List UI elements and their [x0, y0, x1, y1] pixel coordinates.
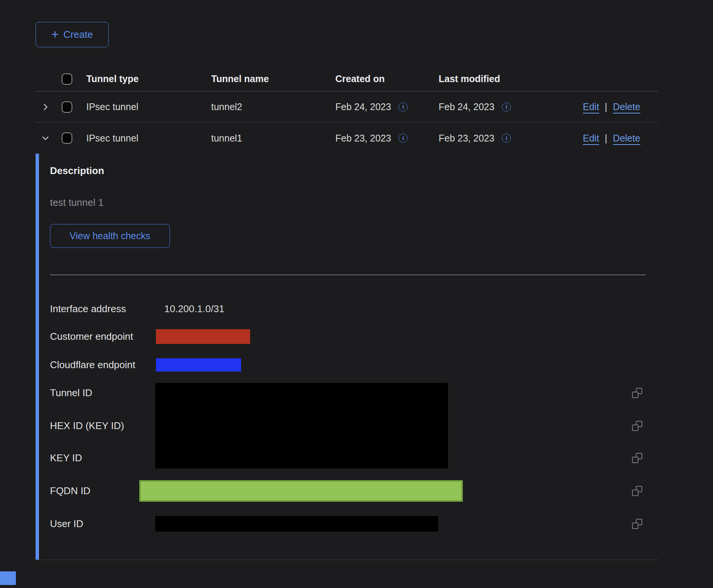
table-header-row: Tunnel type Tunnel name Created on Last …: [36, 67, 659, 92]
select-all-checkbox[interactable]: [62, 73, 72, 85]
key-id-label: KEY ID: [50, 452, 82, 464]
user-id-label: User ID: [50, 518, 83, 530]
info-icon[interactable]: i: [399, 103, 408, 112]
cell-last-modified: Feb 24, 2023: [439, 101, 494, 112]
action-separator: |: [605, 101, 607, 112]
tunnels-page: + Create Tunnel type Tunnel name Created…: [0, 0, 713, 588]
header-tunnel-type: Tunnel type: [86, 73, 211, 84]
edit-link[interactable]: Edit: [583, 101, 599, 112]
info-icon[interactable]: i: [502, 134, 511, 143]
cloudflare-endpoint-label: Cloudflare endpoint: [50, 359, 135, 371]
expand-row-button[interactable]: [41, 103, 50, 112]
table-row-tunnel2: IPsec tunnel tunnel2 Feb 24, 2023 i Feb …: [36, 92, 659, 123]
scrollbar-fragment: [0, 571, 16, 585]
user-id-redaction: [155, 516, 438, 532]
cell-tunnel-type: IPsec tunnel: [86, 133, 211, 144]
description-value: test tunnel 1: [50, 197, 104, 208]
info-icon[interactable]: i: [399, 134, 408, 143]
cell-created-on: Feb 24, 2023: [335, 101, 391, 112]
create-button[interactable]: + Create: [36, 22, 109, 47]
cell-created-on: Feb 23, 2023: [335, 133, 391, 144]
customer-endpoint-label: Customer endpoint: [50, 330, 133, 342]
header-last-modified: Last modified: [439, 73, 583, 84]
cloudflare-endpoint-redaction: [156, 358, 241, 372]
header-created-on: Created on: [335, 73, 439, 84]
cell-last-modified: Feb 23, 2023: [439, 133, 494, 144]
create-button-label: Create: [63, 29, 93, 40]
expanded-accent-bar: [36, 154, 39, 560]
description-label: Description: [50, 165, 104, 177]
interface-address-label: Interface address: [50, 303, 126, 315]
chevron-right-icon: [41, 103, 50, 112]
tunnel-id-label: Tunnel ID: [50, 387, 92, 399]
expanded-details-panel: Description test tunnel 1 View health ch…: [36, 154, 659, 560]
table-row-tunnel1: IPsec tunnel tunnel1 Feb 23, 2023 i Feb …: [36, 123, 659, 154]
customer-endpoint-redaction: [156, 329, 250, 344]
action-separator: |: [605, 133, 607, 144]
ids-redaction-block: [155, 383, 448, 468]
chevron-down-icon: [41, 134, 50, 143]
fqdn-id-redaction: [139, 480, 463, 502]
cell-tunnel-name: tunnel1: [211, 133, 335, 144]
tunnels-table: Tunnel type Tunnel name Created on Last …: [36, 67, 659, 560]
cell-tunnel-type: IPsec tunnel: [86, 101, 211, 112]
copy-key-id-icon[interactable]: [632, 453, 642, 463]
collapse-row-button[interactable]: [41, 134, 50, 143]
view-health-checks-button[interactable]: View health checks: [50, 224, 170, 248]
cell-tunnel-name: tunnel2: [211, 101, 335, 112]
hex-id-label: HEX ID (KEY ID): [50, 420, 124, 432]
copy-fqdn-id-icon[interactable]: [632, 486, 642, 496]
row-checkbox[interactable]: [62, 132, 72, 144]
header-tunnel-name: Tunnel name: [211, 73, 335, 84]
fqdn-id-label: FQDN ID: [50, 485, 90, 497]
section-divider: [50, 275, 646, 275]
copy-tunnel-id-icon[interactable]: [632, 388, 642, 398]
edit-link[interactable]: Edit: [583, 133, 599, 144]
interface-address-value: 10.200.1.0/31: [164, 303, 224, 315]
copy-user-id-icon[interactable]: [632, 519, 642, 529]
plus-icon: +: [51, 28, 59, 40]
copy-hex-id-icon[interactable]: [632, 421, 642, 431]
delete-link[interactable]: Delete: [613, 101, 640, 112]
info-icon[interactable]: i: [502, 103, 511, 112]
row-checkbox[interactable]: [62, 101, 72, 113]
delete-link[interactable]: Delete: [613, 133, 640, 144]
